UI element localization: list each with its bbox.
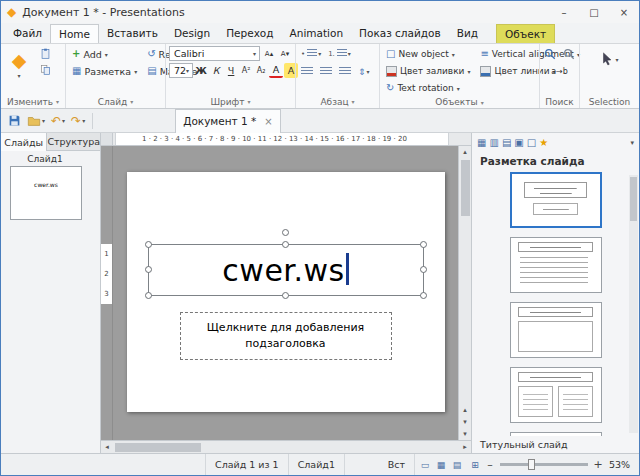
next-slide-icon[interactable]: ▾ — [459, 416, 471, 428]
resize-handle-nw[interactable] — [145, 241, 152, 248]
scroll-left-icon[interactable]: ◂ — [101, 443, 113, 451]
subtitle-placeholder[interactable]: Щелкните для добавления подзаголовка — [180, 312, 392, 360]
layout-thumbnail-box[interactable] — [510, 302, 602, 358]
group-label-font[interactable]: Шрифт▾ — [169, 95, 292, 108]
bullet-list-button[interactable]: •▾ — [299, 46, 323, 61]
selection-mode-button[interactable]: ▾ — [598, 46, 620, 72]
resize-handle-e[interactable] — [420, 266, 427, 273]
text-rotation-button[interactable]: ↻ Text rotation ▾ — [383, 80, 473, 96]
resize-handle-se[interactable] — [420, 292, 427, 299]
maximize-button[interactable]: □ — [579, 1, 609, 23]
resize-handle-s[interactable] — [282, 292, 289, 299]
group-label-slide[interactable]: Слайд▾ — [69, 95, 162, 108]
line-spacing-button[interactable]: ⇕▾ — [356, 64, 372, 79]
search-again-button[interactable] — [561, 46, 577, 61]
horizontal-scrollbar[interactable]: ◂ ▸ — [101, 440, 471, 453]
redo-icon: ↷ — [71, 114, 81, 128]
zoom-slider-thumb[interactable] — [528, 459, 535, 470]
panel-more-dropdown-icon[interactable]: ▾ — [630, 139, 634, 147]
scroll-down-icon[interactable]: ▾ — [459, 428, 471, 440]
undo-button[interactable]: ↶ ▾ — [48, 111, 68, 131]
group-label-objects[interactable]: Объекты▾ — [383, 96, 536, 108]
font-size-combo[interactable]: 72▾ — [169, 63, 193, 78]
layout-thumbnail-title[interactable] — [510, 172, 602, 228]
vertical-scroll-thumb[interactable] — [461, 160, 470, 216]
slide-sorter-view-button[interactable]: ▦ — [433, 457, 449, 473]
tab-transition[interactable]: Переход — [218, 24, 281, 43]
previous-slide-icon[interactable]: ▴ — [459, 404, 471, 416]
normal-view-button[interactable]: ▭ — [417, 457, 433, 473]
save-button[interactable] — [5, 111, 24, 131]
layout-thumbnail-comparison[interactable] — [510, 432, 602, 436]
tab-outline[interactable]: Структура — [47, 133, 100, 151]
layout-scrollbar[interactable] — [629, 175, 638, 433]
close-button[interactable]: × — [609, 1, 639, 23]
resize-handle-n[interactable] — [282, 241, 289, 248]
layout-name-footer: Титульный слайд — [472, 436, 639, 453]
add-slide-button[interactable]: + Add ▾ — [69, 46, 140, 62]
shrink-font-button[interactable]: A▾ — [278, 46, 292, 61]
horizontal-scroll-thumb[interactable] — [115, 443, 201, 452]
resize-handle-sw[interactable] — [145, 292, 152, 299]
tab-home[interactable]: Home — [50, 24, 99, 43]
tab-design[interactable]: Design — [166, 24, 218, 43]
scroll-up-icon[interactable]: ▴ — [459, 146, 471, 158]
tab-slides[interactable]: Слайды — [1, 133, 47, 151]
layout-scroll-thumb[interactable] — [630, 177, 637, 221]
tab-insert[interactable]: Вставить — [99, 24, 166, 43]
align-center-button[interactable] — [318, 64, 334, 79]
fit-zoom-button[interactable]: ⊞ — [467, 457, 483, 473]
status-insert-mode[interactable]: Вст — [379, 454, 415, 475]
rotate-handle[interactable] — [282, 229, 289, 236]
group-label-edit[interactable]: Изменить▾ — [4, 95, 62, 108]
layout-thumbnail-content[interactable] — [510, 237, 602, 293]
tab-slideshow[interactable]: Показ слайдов — [351, 24, 449, 43]
zoom-out-button[interactable]: – — [483, 457, 497, 473]
new-object-button[interactable]: □ New object ▾ — [383, 46, 473, 62]
zoom-in-button[interactable]: + — [591, 457, 605, 473]
color-schemes-icon[interactable]: ▥ — [489, 137, 498, 148]
fill-color-button[interactable]: Цвет заливки ▾ — [383, 63, 473, 79]
tab-object[interactable]: Объект — [496, 24, 555, 43]
tab-file[interactable]: Файл — [5, 24, 50, 43]
document-tab-close-icon[interactable]: × — [264, 116, 272, 127]
font-name-combo[interactable]: Calibri▾ — [169, 46, 260, 61]
copy-button[interactable] — [38, 62, 53, 77]
italic-button[interactable]: К — [209, 63, 223, 78]
background-icon[interactable]: ▣ — [514, 137, 523, 148]
slide-thumbnail[interactable]: cwer.ws — [10, 166, 82, 220]
tab-animation[interactable]: Animation — [282, 24, 352, 43]
paste-button[interactable]: ◆ ▾ — [4, 46, 34, 84]
zoom-slider[interactable] — [500, 463, 588, 466]
subscript-button[interactable]: A₂ — [254, 63, 268, 78]
bold-button[interactable]: Ж — [194, 63, 208, 78]
underline-button[interactable]: Ч — [224, 63, 238, 78]
font-color-button[interactable]: A — [269, 63, 283, 78]
search-button[interactable] — [542, 46, 558, 61]
tab-view[interactable]: Вид — [449, 24, 486, 43]
document-tab[interactable]: Документ 1 * × — [175, 109, 281, 133]
numbered-list-button[interactable]: 1.▾ — [326, 46, 353, 61]
favorites-star-icon[interactable]: ★ — [539, 137, 548, 148]
resize-handle-w[interactable] — [145, 266, 152, 273]
open-button[interactable]: ▾ — [24, 111, 48, 131]
title-text-frame[interactable]: cwer.ws — [148, 244, 424, 296]
vertical-scrollbar[interactable]: ▴ ▴ ▾ ▾ — [458, 146, 471, 440]
group-label-paragraph[interactable]: Абзац▾ — [299, 95, 376, 108]
notes-view-button[interactable]: ▤ — [449, 457, 465, 473]
slide-layouts-icon[interactable]: ▦ — [477, 137, 486, 148]
superscript-button[interactable]: A² — [239, 63, 253, 78]
slide-layout-button[interactable]: ▦ Разметка ▾ — [69, 63, 140, 79]
align-right-button[interactable] — [337, 64, 353, 79]
resize-handle-ne[interactable] — [420, 241, 427, 248]
slide-designs-icon[interactable]: ▤ — [502, 137, 511, 148]
align-left-button[interactable] — [299, 64, 315, 79]
grow-font-button[interactable]: A▴ — [262, 46, 276, 61]
layout-thumbnail-two-content[interactable] — [510, 367, 602, 423]
clipboard-button[interactable] — [38, 46, 53, 61]
minimize-button[interactable]: – — [549, 1, 579, 23]
scroll-right-icon[interactable]: ▸ — [459, 443, 471, 451]
animation-schemes-icon[interactable]: □ — [527, 137, 536, 148]
replace-button[interactable]: a→b — [549, 64, 570, 79]
redo-button[interactable]: ↷ ▾ — [68, 111, 88, 131]
